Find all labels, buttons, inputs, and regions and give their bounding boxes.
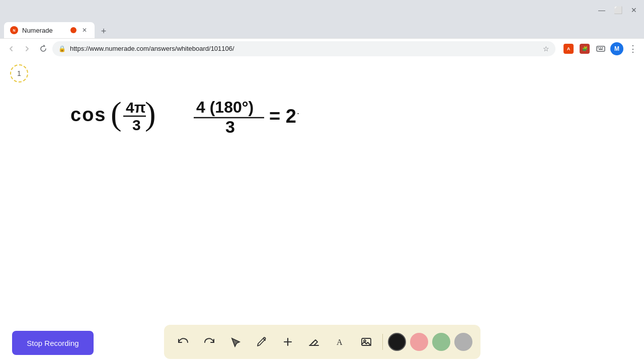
page-number: 1 xyxy=(10,64,28,82)
tab-title: Numerade xyxy=(22,27,53,34)
title-bar: — ⬜ ✕ xyxy=(0,0,644,20)
svg-rect-3 xyxy=(598,47,599,48)
tab-recording-indicator xyxy=(70,27,76,33)
stop-recording-button[interactable]: Stop Recording xyxy=(12,331,94,355)
profile-btn[interactable]: M xyxy=(610,42,624,56)
tab-favicon: N xyxy=(10,26,18,34)
undo-btn[interactable] xyxy=(172,331,194,353)
color-gray-btn[interactable] xyxy=(454,333,472,351)
select-btn[interactable] xyxy=(224,331,247,353)
tab-close-btn[interactable]: ✕ xyxy=(80,26,89,34)
svg-rect-6 xyxy=(599,49,603,50)
toolbar-divider xyxy=(382,334,383,350)
more-options-btn[interactable]: ⋮ xyxy=(626,42,640,56)
math-content: cos ( 4π 3 ) 4 (180°) 3 = 2 · xyxy=(40,83,342,144)
svg-text:= 2: = 2 xyxy=(269,106,296,127)
pen-btn[interactable] xyxy=(251,331,273,353)
close-btn[interactable]: ✕ xyxy=(628,4,640,16)
keyboard-icon[interactable] xyxy=(594,42,608,56)
nav-bar: 🔒 https://www.numerade.com/answers/white… xyxy=(0,38,644,58)
new-tab-btn[interactable]: + xyxy=(97,24,111,38)
url-text: https://www.numerade.com/answers/whitebo… xyxy=(70,45,539,52)
svg-text:3: 3 xyxy=(225,117,235,136)
address-bar[interactable]: 🔒 https://www.numerade.com/answers/white… xyxy=(52,41,555,56)
svg-text:A: A xyxy=(337,338,343,346)
active-tab[interactable]: N Numerade ✕ xyxy=(4,22,95,38)
extensions-icon[interactable]: A xyxy=(561,42,576,56)
svg-text:4 (180°): 4 (180°) xyxy=(196,98,254,116)
nav-right-icons: A 🧩 M ⋮ xyxy=(561,42,640,56)
whiteboard-page: 1 cos ( 4π 3 ) 4 (180°) 3 = 2 · xyxy=(0,58,644,362)
extensions-puzzle-icon[interactable]: 🧩 xyxy=(578,42,592,56)
text-btn[interactable]: A xyxy=(329,331,351,353)
svg-rect-5 xyxy=(602,47,603,48)
image-btn[interactable] xyxy=(355,331,377,353)
tab-bar: N Numerade ✕ + xyxy=(0,20,644,38)
forward-btn[interactable] xyxy=(20,42,34,56)
add-btn[interactable] xyxy=(277,331,299,353)
svg-text:·: · xyxy=(297,108,299,118)
toolbar: A xyxy=(164,325,480,359)
color-green-btn[interactable] xyxy=(432,333,450,351)
lock-icon: 🔒 xyxy=(58,45,66,52)
color-pink-btn[interactable] xyxy=(410,333,428,351)
redo-btn[interactable] xyxy=(198,331,220,353)
color-black-btn[interactable] xyxy=(388,333,406,351)
svg-rect-4 xyxy=(600,47,601,48)
svg-text:3: 3 xyxy=(132,117,141,133)
svg-text:N: N xyxy=(13,29,15,32)
back-btn[interactable] xyxy=(4,42,18,56)
svg-text:): ) xyxy=(145,96,156,132)
eraser-btn[interactable] xyxy=(303,331,325,353)
maximize-btn[interactable]: ⬜ xyxy=(612,4,624,16)
svg-text:cos: cos xyxy=(70,104,106,125)
toolbar-container: Stop Recording xyxy=(0,322,644,362)
svg-text:4π: 4π xyxy=(126,99,146,116)
browser-chrome: — ⬜ ✕ N Numerade ✕ + 🔒 https://www. xyxy=(0,0,644,58)
svg-text:(: ( xyxy=(111,96,122,132)
reload-btn[interactable] xyxy=(36,42,50,56)
profile-avatar: M xyxy=(610,42,623,55)
star-icon[interactable]: ☆ xyxy=(543,45,549,53)
minimize-btn[interactable]: — xyxy=(596,4,608,16)
